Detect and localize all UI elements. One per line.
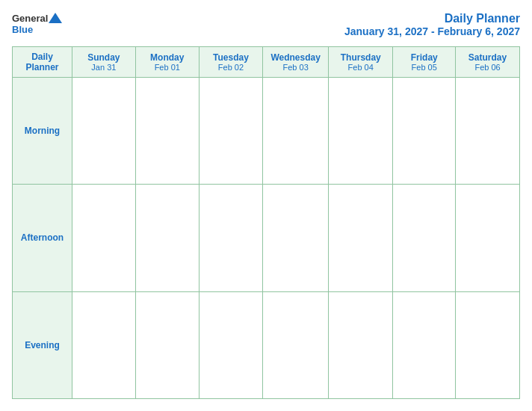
monday-date: Feb 01 [139, 63, 196, 72]
afternoon-wednesday[interactable] [263, 185, 329, 291]
tuesday-date: Feb 02 [202, 63, 259, 72]
col-header-monday: Monday Feb 01 [135, 47, 199, 78]
morning-friday[interactable] [393, 78, 456, 185]
morning-saturday[interactable] [456, 78, 520, 185]
friday-date: Feb 05 [396, 63, 452, 72]
morning-tuesday[interactable] [199, 78, 262, 185]
page-header: General Blue Daily Planner January 31, 2… [12, 12, 520, 37]
afternoon-label: Afternoon [13, 185, 72, 291]
thursday-date: Feb 04 [332, 63, 389, 72]
afternoon-thursday[interactable] [329, 185, 393, 291]
morning-wednesday[interactable] [263, 78, 329, 185]
morning-sunday[interactable] [72, 78, 136, 185]
col-label-day2: Planner [16, 62, 69, 72]
col-header-tuesday: Tuesday Feb 02 [199, 47, 262, 78]
evening-tuesday[interactable] [199, 291, 262, 398]
afternoon-row: Afternoon [13, 185, 520, 291]
title-area: Daily Planner January 31, 2027 - Februar… [344, 12, 520, 37]
svg-marker-0 [49, 13, 62, 23]
afternoon-friday[interactable] [393, 185, 456, 291]
col-header-sunday: Sunday Jan 31 [72, 47, 136, 78]
logo-icon [48, 12, 63, 24]
tuesday-name: Tuesday [202, 52, 259, 63]
evening-friday[interactable] [393, 291, 456, 398]
morning-thursday[interactable] [329, 78, 393, 185]
afternoon-tuesday[interactable] [199, 185, 262, 291]
morning-label: Morning [13, 78, 72, 185]
evening-label: Evening [13, 291, 72, 398]
saturday-date: Feb 06 [459, 63, 516, 72]
saturday-name: Saturday [459, 52, 516, 63]
logo: General Blue [12, 12, 63, 35]
morning-row: Morning [13, 78, 520, 185]
evening-row: Evening [13, 291, 520, 398]
evening-saturday[interactable] [456, 291, 520, 398]
logo-blue-text: Blue [12, 24, 33, 35]
monday-name: Monday [139, 52, 196, 63]
wednesday-name: Wednesday [266, 52, 325, 63]
afternoon-saturday[interactable] [456, 185, 520, 291]
evening-monday[interactable] [135, 291, 199, 398]
evening-sunday[interactable] [72, 291, 136, 398]
sunday-date: Jan 31 [75, 63, 132, 72]
afternoon-sunday[interactable] [72, 185, 136, 291]
wednesday-date: Feb 03 [266, 63, 325, 72]
date-range: January 31, 2027 - February 6, 2027 [344, 25, 520, 37]
planner-title: Daily Planner [344, 12, 520, 25]
logo-general-text: General [12, 13, 48, 24]
thursday-name: Thursday [332, 52, 389, 63]
evening-wednesday[interactable] [263, 291, 329, 398]
evening-thursday[interactable] [329, 291, 393, 398]
col-label-day: Daily [16, 52, 69, 62]
afternoon-monday[interactable] [135, 185, 199, 291]
morning-monday[interactable] [135, 78, 199, 185]
sunday-name: Sunday [75, 52, 132, 63]
col-header-thursday: Thursday Feb 04 [329, 47, 393, 78]
col-header-label: Daily Planner [13, 47, 72, 78]
col-header-wednesday: Wednesday Feb 03 [263, 47, 329, 78]
col-header-friday: Friday Feb 05 [393, 47, 456, 78]
header-row: Daily Planner Sunday Jan 31 Monday Feb 0… [13, 47, 520, 78]
calendar-table: Daily Planner Sunday Jan 31 Monday Feb 0… [12, 46, 520, 399]
col-header-saturday: Saturday Feb 06 [456, 47, 520, 78]
friday-name: Friday [396, 52, 452, 63]
